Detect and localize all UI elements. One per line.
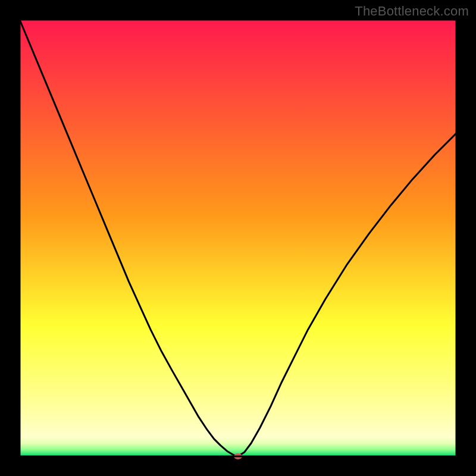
watermark-text: TheBottleneck.com <box>355 4 469 19</box>
chart-plot-background <box>20 20 456 456</box>
chart-svg <box>0 0 476 476</box>
chart-container: TheBottleneck.com <box>0 0 476 476</box>
